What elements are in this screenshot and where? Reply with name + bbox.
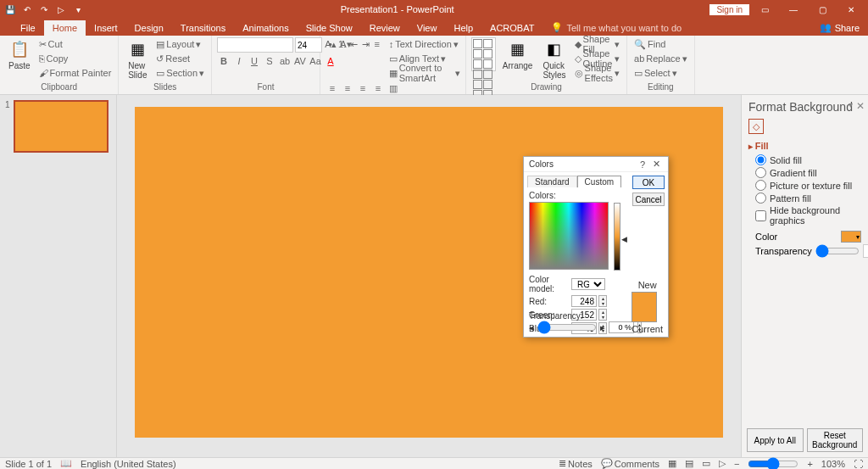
pane-close-icon[interactable]: ✕ bbox=[856, 100, 865, 112]
find-button[interactable]: 🔍Find bbox=[632, 37, 689, 51]
slideshow-view-icon[interactable]: ▷ bbox=[719, 458, 726, 469]
solid-fill-radio[interactable]: Solid fill bbox=[755, 154, 861, 165]
shapes-gallery[interactable] bbox=[471, 37, 496, 71]
normal-view-icon[interactable]: ▦ bbox=[668, 458, 676, 469]
color-picker-button[interactable]: ▾ bbox=[841, 231, 861, 243]
reset-background-button[interactable]: Reset Background bbox=[807, 428, 864, 452]
section-button[interactable]: ▭Section ▾ bbox=[154, 66, 206, 80]
color-spectrum[interactable] bbox=[529, 202, 609, 270]
save-icon[interactable]: 💾 bbox=[3, 3, 17, 16]
replace-button[interactable]: abReplace ▾ bbox=[632, 52, 689, 65]
tab-transitions[interactable]: Transitions bbox=[172, 20, 234, 36]
align-right-icon[interactable]: ≡ bbox=[356, 81, 370, 95]
tab-review[interactable]: Review bbox=[361, 20, 409, 36]
gradient-fill-radio[interactable]: Gradient fill bbox=[755, 167, 861, 178]
zoom-level[interactable]: 103% bbox=[821, 459, 845, 469]
zoom-slider[interactable] bbox=[748, 457, 798, 470]
copy-button[interactable]: ⎘Copy bbox=[37, 52, 114, 65]
dialog-trans-slider[interactable] bbox=[537, 321, 597, 334]
new-slide-button[interactable]: ▦ New Slide bbox=[124, 37, 151, 81]
dialog-trans-input[interactable] bbox=[609, 321, 634, 333]
sorter-view-icon[interactable]: ▤ bbox=[685, 458, 693, 469]
tab-home[interactable]: Home bbox=[44, 20, 86, 36]
reset-button[interactable]: ↺Reset bbox=[154, 52, 206, 65]
zoom-in-icon[interactable]: + bbox=[807, 459, 812, 469]
slide-thumbnail-1[interactable] bbox=[14, 100, 108, 153]
ribbon-options-icon[interactable]: ▭ bbox=[751, 0, 778, 19]
tab-slideshow[interactable]: Slide Show bbox=[298, 20, 361, 36]
luminance-strip[interactable] bbox=[614, 203, 620, 271]
picture-fill-radio[interactable]: Picture or texture fill bbox=[755, 180, 861, 191]
fill-section-title[interactable]: ▸ Fill bbox=[748, 141, 861, 151]
text-direction-button[interactable]: ↕Text Direction ▾ bbox=[387, 37, 463, 51]
notes-button[interactable]: ≣Notes bbox=[559, 458, 593, 469]
qat-dropdown-icon[interactable]: ▾ bbox=[71, 3, 85, 16]
select-button[interactable]: ▭Select ▾ bbox=[632, 66, 689, 80]
line-spacing-icon[interactable]: ≡ bbox=[372, 37, 382, 51]
minimize-icon[interactable]: — bbox=[780, 0, 807, 19]
dialog-titlebar[interactable]: Colors ? ✕ bbox=[524, 157, 668, 172]
bullets-icon[interactable]: • bbox=[326, 37, 336, 51]
luminance-marker-icon[interactable]: ◀ bbox=[621, 235, 627, 243]
shape-effects-button[interactable]: ◎Shape Effects ▾ bbox=[573, 66, 621, 80]
tab-insert[interactable]: Insert bbox=[86, 20, 126, 36]
bold-icon[interactable]: B bbox=[217, 54, 231, 68]
spellcheck-icon[interactable]: 📖 bbox=[60, 458, 72, 469]
apply-to-all-button[interactable]: Apply to All bbox=[747, 428, 804, 452]
indent-inc-icon[interactable]: ⇥ bbox=[360, 37, 370, 51]
tab-help[interactable]: Help bbox=[445, 20, 481, 36]
shadow-icon[interactable]: ab bbox=[278, 54, 292, 68]
pattern-fill-radio[interactable]: Pattern fill bbox=[755, 193, 861, 204]
justify-icon[interactable]: ≡ bbox=[371, 81, 385, 95]
transparency-input[interactable] bbox=[863, 244, 868, 258]
pane-options-icon[interactable]: ▾ bbox=[849, 100, 853, 109]
reading-view-icon[interactable]: ▭ bbox=[702, 458, 710, 469]
format-painter-button[interactable]: 🖌Format Painter bbox=[37, 66, 114, 80]
convert-smartart-button[interactable]: ▦Convert to SmartArt ▾ bbox=[387, 66, 463, 80]
fit-window-icon[interactable]: ⛶ bbox=[854, 459, 863, 469]
share-button[interactable]: 👥 Share bbox=[811, 20, 868, 36]
indent-dec-icon[interactable]: ⇤ bbox=[348, 37, 359, 51]
sign-in-button[interactable]: Sign in bbox=[709, 4, 749, 15]
italic-icon[interactable]: I bbox=[232, 54, 246, 68]
cut-button[interactable]: ✂Cut bbox=[37, 37, 114, 51]
columns-icon[interactable]: ▥ bbox=[387, 81, 400, 95]
red-spinner[interactable]: ▴▾ bbox=[598, 295, 607, 307]
tab-view[interactable]: View bbox=[409, 20, 446, 36]
maximize-icon[interactable]: ▢ bbox=[809, 0, 836, 19]
tab-custom[interactable]: Custom bbox=[577, 176, 621, 187]
start-slideshow-icon[interactable]: ▷ bbox=[54, 3, 68, 16]
align-center-icon[interactable]: ≡ bbox=[341, 81, 354, 95]
underline-icon[interactable]: U bbox=[248, 54, 261, 68]
paste-button[interactable]: 📋 Paste bbox=[5, 37, 34, 72]
strike-icon[interactable]: S bbox=[263, 54, 276, 68]
arrange-button[interactable]: ▦ Arrange bbox=[499, 37, 537, 72]
tab-file[interactable]: File bbox=[12, 20, 44, 36]
tab-standard[interactable]: Standard bbox=[527, 176, 577, 187]
color-model-select[interactable]: RGB bbox=[571, 278, 605, 290]
red-input[interactable] bbox=[571, 295, 597, 307]
dialog-close-icon[interactable]: ✕ bbox=[649, 159, 663, 170]
redo-icon[interactable]: ↷ bbox=[37, 3, 51, 16]
dialog-help-icon[interactable]: ? bbox=[636, 159, 649, 170]
tab-design[interactable]: Design bbox=[126, 20, 172, 36]
numbering-icon[interactable]: 1. bbox=[337, 37, 348, 51]
slide-counter[interactable]: Slide 1 of 1 bbox=[5, 459, 52, 469]
tab-animations[interactable]: Animations bbox=[234, 20, 297, 36]
close-icon[interactable]: ✕ bbox=[837, 0, 865, 19]
font-size-select[interactable] bbox=[295, 37, 322, 53]
tab-acrobat[interactable]: ACROBAT bbox=[481, 20, 542, 36]
trans-track-left-icon[interactable]: ◂ bbox=[529, 322, 534, 333]
zoom-out-icon[interactable]: − bbox=[734, 459, 739, 469]
tell-me-search[interactable]: 💡 Tell me what you want to do bbox=[542, 20, 690, 36]
trans-track-right-icon[interactable]: ▸ bbox=[600, 322, 605, 333]
quick-styles-button[interactable]: ◧ Quick Styles bbox=[539, 37, 569, 81]
layout-button[interactable]: ▤Layout ▾ bbox=[154, 37, 206, 51]
fill-bucket-icon[interactable]: ◇ bbox=[748, 119, 764, 134]
font-name-select[interactable] bbox=[217, 37, 293, 53]
hide-bg-checkbox[interactable]: Hide background graphics bbox=[755, 205, 861, 226]
undo-icon[interactable]: ↶ bbox=[20, 3, 34, 16]
align-left-icon[interactable]: ≡ bbox=[326, 81, 339, 95]
language-indicator[interactable]: English (United States) bbox=[81, 459, 176, 469]
spacing-icon[interactable]: AV bbox=[293, 54, 307, 68]
